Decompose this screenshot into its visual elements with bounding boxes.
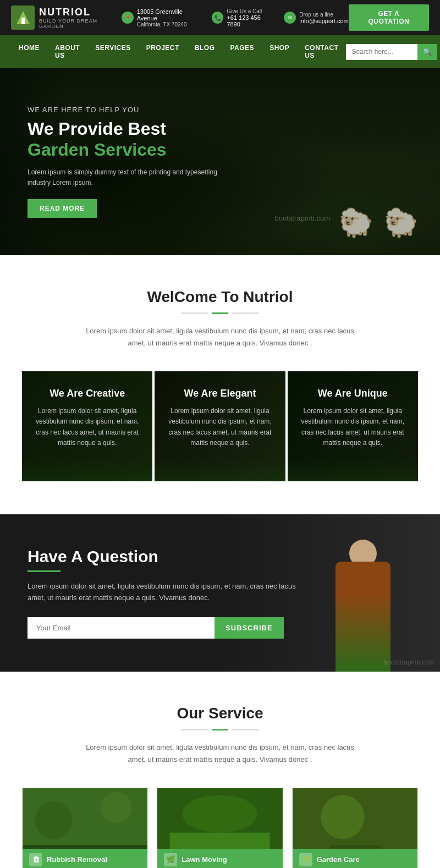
- nav-item-shop[interactable]: SHOP: [262, 35, 297, 68]
- divider-green: [212, 312, 228, 314]
- subscribe-button[interactable]: SUBSCRIBE: [215, 617, 284, 639]
- nav-item-project[interactable]: PROJECT: [139, 35, 187, 68]
- service-section: Our Service Lorem ipsum dolor sit amet, …: [0, 672, 440, 868]
- welcome-title: WelCome To Nutriol: [22, 288, 418, 306]
- svg-point-4: [101, 792, 132, 823]
- service-label-2: 🌿 Lawn Moving: [157, 849, 282, 868]
- logo-area: NUTRIOL BUILD YOUR DREAM GARDEN: [11, 6, 122, 30]
- email-value: info@support.com: [299, 18, 348, 24]
- nav-link-contact[interactable]: CONTACT US: [297, 35, 346, 68]
- hero-subtitle: WE ARE HERE TO HELP YOU: [28, 106, 226, 114]
- svg-point-8: [183, 795, 257, 832]
- nav-item-blog[interactable]: BLOG: [187, 35, 223, 68]
- email-icon: ✉: [284, 12, 296, 24]
- search-button[interactable]: 🔍: [417, 44, 437, 60]
- service-divider: [22, 729, 418, 730]
- welcome-divider: [22, 312, 418, 314]
- hero-description: Lorem ipsum is simply dummy text of the …: [28, 167, 226, 188]
- contact-phone: 📞 Give Us a Call +61 123 456 7890: [212, 8, 274, 28]
- address-value: 13005 Greenville Avenue: [137, 8, 202, 21]
- hero-title-line2: Garden Services: [28, 140, 167, 160]
- nav-link-services[interactable]: SERVICES: [87, 35, 138, 61]
- service-name-2: Lawn Moving: [182, 855, 227, 864]
- question-divider: [28, 570, 61, 572]
- service-divider-left: [181, 729, 208, 730]
- gardener-torso: [336, 562, 391, 672]
- question-description: Lorem ipsum dolor sit amet, ligula vesti…: [28, 581, 302, 604]
- service-card-1: 🗑 Rubbish Removal Anim pariatur cliche r…: [22, 788, 148, 868]
- card-elegant: We Are Elegant Lorem ipsum dolor sit ame…: [155, 371, 285, 481]
- nav-link-pages[interactable]: PAGES: [223, 35, 262, 61]
- service-image-3: 🌱 Garden Care: [293, 788, 417, 868]
- card-text-3: Lorem ipsum dolor sit amet, ligula vesti…: [299, 406, 407, 448]
- search-input[interactable]: [346, 44, 417, 59]
- service-name-3: Garden Care: [317, 855, 360, 864]
- service-icon-2: 🌿: [164, 853, 177, 866]
- nav-link-blog[interactable]: BLOG: [187, 35, 223, 61]
- hero-content: WE ARE HERE TO HELP YOU We Provide Best …: [0, 84, 253, 240]
- contact-email: ✉ Drop us a line info@support.com: [284, 12, 348, 24]
- sheep-1: 🐑: [339, 207, 373, 239]
- nav-item-home[interactable]: HOME: [11, 35, 47, 68]
- service-icon-1: 🗑: [29, 853, 42, 866]
- service-title: Our Service: [22, 705, 418, 722]
- nav-item-about[interactable]: ABOUT US: [47, 35, 87, 68]
- nav-link-shop[interactable]: SHOP: [262, 35, 297, 61]
- card-content-2: We Are Elegant Lorem ipsum dolor sit ame…: [155, 371, 285, 465]
- service-description: Lorem ipsum dolor sit amet, ligula vesti…: [82, 741, 358, 766]
- divider-left: [181, 312, 208, 314]
- hero-watermark: bootstrapmb.com: [275, 214, 330, 222]
- service-divider-right: [232, 729, 259, 730]
- navbar: HOME ABOUT US SERVICES PROJECT BLOG PAGE…: [0, 35, 440, 68]
- address-sub: California, TX 70240: [137, 21, 202, 28]
- sheep-2: 🐑: [384, 207, 418, 239]
- svg-rect-1: [21, 18, 25, 24]
- service-label-3: 🌱 Garden Care: [293, 849, 417, 868]
- logo-text: NUTRIOL BUILD YOUR DREAM GARDEN: [39, 7, 122, 29]
- gardener-body-shape: [336, 562, 391, 672]
- nav-item-pages[interactable]: PAGES: [223, 35, 262, 68]
- nav-item-contact[interactable]: CONTACT US: [297, 35, 346, 68]
- card-content-1: We Are Creative Lorem ipsum dolor sit am…: [22, 371, 152, 465]
- quotation-button[interactable]: GET A QUOTATION: [349, 4, 429, 31]
- logo-icon: [11, 6, 35, 30]
- contact-address: 📍 13005 Greenville Avenue California, TX…: [122, 8, 202, 28]
- nav-links: HOME ABOUT US SERVICES PROJECT BLOG PAGE…: [11, 35, 346, 68]
- contact-items: 📍 13005 Greenville Avenue California, TX…: [122, 8, 348, 28]
- hero-read-more-button[interactable]: READ MORE: [28, 199, 97, 218]
- welcome-cards: We Are Creative Lorem ipsum dolor sit am…: [22, 371, 418, 481]
- divider-right: [232, 312, 259, 314]
- svg-point-10: [321, 795, 365, 839]
- card-unique: We Are Unique Lorem ipsum dolor sit amet…: [288, 371, 418, 481]
- service-icon-3: 🌱: [299, 853, 312, 866]
- nav-item-services[interactable]: SERVICES: [87, 35, 138, 68]
- nav-link-home[interactable]: HOME: [11, 35, 47, 61]
- card-title-3: We Are Unique: [299, 388, 407, 399]
- nav-link-project[interactable]: PROJECT: [139, 35, 187, 61]
- card-title-1: We Are Creative: [33, 388, 141, 399]
- service-image-2: 🌿 Lawn Moving: [157, 788, 282, 868]
- card-text-1: Lorem ipsum dolor sit amet, ligula vesti…: [33, 406, 141, 448]
- search-bar[interactable]: 🔍: [346, 44, 437, 60]
- service-name-1: Rubbish Removal: [47, 855, 107, 864]
- brand-tagline: BUILD YOUR DREAM GARDEN: [39, 18, 122, 29]
- question-content: Have A Question Lorem ipsum dolor sit am…: [28, 547, 302, 639]
- svg-point-3: [35, 801, 73, 839]
- top-bar: NUTRIOL BUILD YOUR DREAM GARDEN 📍 13005 …: [0, 0, 440, 35]
- address-icon: 📍: [122, 12, 133, 24]
- card-creative: We Are Creative Lorem ipsum dolor sit am…: [22, 371, 152, 481]
- card-title-2: We Are Elegant: [166, 388, 274, 399]
- service-grid: 🗑 Rubbish Removal Anim pariatur cliche r…: [22, 788, 418, 868]
- service-image-1: 🗑 Rubbish Removal: [23, 788, 147, 868]
- service-card-2: 🌿 Lawn Moving Anim pariatur cliche repre…: [157, 788, 283, 868]
- email-input[interactable]: [28, 617, 215, 639]
- service-card-3: 🌱 Garden Care Anim pariatur cliche repre…: [292, 788, 418, 868]
- phone-value: +61 123 456 7890: [227, 14, 274, 28]
- card-text-2: Lorem ipsum dolor sit amet, ligula vesti…: [166, 406, 274, 448]
- hero-title-line1: We Provide Best: [28, 119, 166, 139]
- welcome-section: WelCome To Nutriol Lorem ipsum dolor sit…: [0, 255, 440, 514]
- nav-link-about[interactable]: ABOUT US: [47, 35, 87, 68]
- welcome-description: Lorem ipsum dolor sit amet, ligula vesti…: [82, 325, 358, 349]
- gardener-figure: [319, 551, 407, 672]
- question-title: Have A Question: [28, 547, 302, 566]
